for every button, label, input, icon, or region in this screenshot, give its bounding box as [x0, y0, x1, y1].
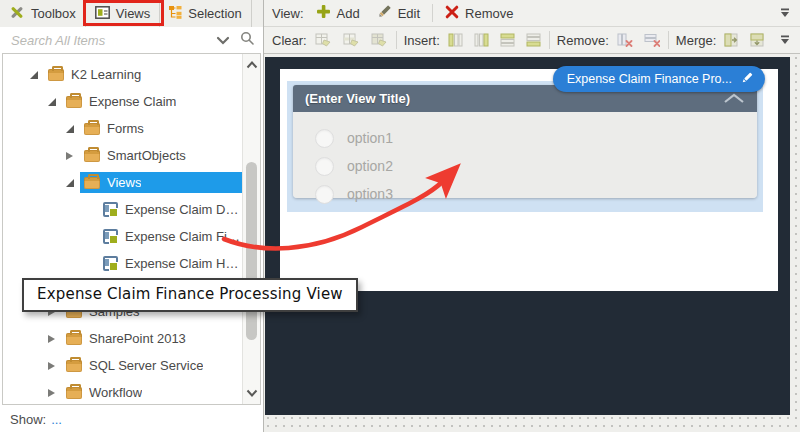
- radio-button-icon[interactable]: [315, 129, 334, 148]
- tree-item-smartobjects[interactable]: SmartObjects: [3, 142, 260, 169]
- tree-item-expense-claim-detail-view[interactable]: Expense Claim Deta...: [3, 196, 260, 223]
- folder-icon: [84, 123, 100, 135]
- expander-icon[interactable]: [63, 125, 76, 133]
- radio-option-row[interactable]: option3: [315, 180, 757, 208]
- search-icon[interactable]: [240, 31, 254, 49]
- table-toolbar: Clear: Insert:: [264, 27, 800, 54]
- show-more-link[interactable]: ...: [51, 412, 62, 427]
- edit-button-label: Edit: [398, 6, 420, 21]
- tab-views-label: Views: [116, 6, 150, 21]
- collapse-chevron-icon[interactable]: [723, 93, 745, 104]
- toolbar-divider: [432, 4, 433, 22]
- merge-right-icon[interactable]: [723, 32, 740, 48]
- tree-item-label: Expense Claim Fina...: [125, 229, 243, 244]
- form-page[interactable]: (Enter View Title) option1: [280, 69, 778, 291]
- merge-down-icon[interactable]: [749, 32, 766, 48]
- toolbox-icon: [9, 5, 25, 23]
- insert-column-left-icon[interactable]: [447, 32, 464, 48]
- expander-icon[interactable]: [63, 152, 76, 160]
- radio-button-icon[interactable]: [315, 157, 334, 176]
- remove-button-label: Remove: [465, 6, 513, 21]
- view-name-badge[interactable]: Expense Claim Finance Pro...: [553, 66, 765, 92]
- clear-group-label: Clear:: [272, 33, 307, 48]
- tree-item-views[interactable]: Views: [3, 169, 260, 196]
- folder-icon: [84, 177, 100, 189]
- tab-selection-label: Selection: [188, 6, 241, 21]
- tree-item-k2-learning[interactable]: K2 Learning: [3, 61, 260, 88]
- tree-item-label: Expense Claim Hea...: [125, 256, 243, 271]
- folder-icon: [66, 333, 82, 345]
- radio-button-icon[interactable]: [315, 185, 334, 204]
- expander-icon[interactable]: [45, 389, 58, 397]
- show-row: Show: ...: [0, 406, 263, 432]
- tree-item-label: K2 Learning: [71, 67, 141, 82]
- toolbar-divider: [549, 31, 550, 49]
- remove-group-label: Remove:: [557, 33, 609, 48]
- chevron-down-icon[interactable]: [216, 31, 230, 49]
- view-selection-highlight[interactable]: (Enter View Title) option1: [287, 81, 763, 212]
- insert-row-below-icon[interactable]: [525, 32, 542, 48]
- pencil-icon: [377, 4, 392, 22]
- view-toolbar: View: Add Edit Remove: [264, 0, 800, 27]
- tree-item-label: SQL Server Service: [89, 358, 203, 373]
- tab-toolbox[interactable]: Toolbox: [0, 0, 86, 27]
- view-panel[interactable]: (Enter View Title) option1: [293, 85, 757, 198]
- radio-option-row[interactable]: option2: [315, 152, 757, 180]
- category-tree: K2 Learning Expense Claim Forms SmartObj…: [2, 53, 261, 405]
- toolbar-divider: [668, 31, 669, 49]
- expander-icon[interactable]: [45, 362, 58, 370]
- insert-group-label: Insert:: [404, 33, 440, 48]
- tab-toolbox-label: Toolbox: [31, 6, 76, 21]
- expander-icon[interactable]: [45, 335, 58, 343]
- selection-icon: [169, 5, 182, 22]
- remove-column-icon[interactable]: [616, 32, 634, 48]
- add-icon: [316, 4, 331, 22]
- radio-option-label: option1: [347, 130, 393, 146]
- view-title-placeholder: (Enter View Title): [305, 91, 410, 106]
- edit-view-button[interactable]: Edit: [372, 2, 425, 24]
- view-toolbar-label: View:: [272, 6, 304, 21]
- edit-pencil-icon[interactable]: [740, 71, 754, 88]
- tree-item-label: Expense Claim Deta...: [125, 202, 243, 217]
- designer-pane: View: Add Edit Remove: [264, 0, 800, 432]
- tree-item-label: Workflow: [89, 385, 142, 400]
- search-input[interactable]: [9, 32, 206, 49]
- tree-item-workflow[interactable]: Workflow: [3, 379, 260, 405]
- views-icon: [95, 6, 110, 22]
- scroll-down-icon[interactable]: [243, 385, 260, 401]
- tree-item-forms[interactable]: Forms: [3, 115, 260, 142]
- add-view-button[interactable]: Add: [311, 2, 365, 24]
- expander-icon[interactable]: [27, 71, 40, 79]
- remove-view-button[interactable]: Remove: [440, 3, 518, 24]
- folder-icon: [84, 150, 100, 162]
- insert-column-right-icon[interactable]: [473, 32, 490, 48]
- remove-row-icon[interactable]: [643, 32, 661, 48]
- insert-row-above-icon[interactable]: [499, 32, 516, 48]
- clear-contents-icon[interactable]: [314, 32, 333, 48]
- tree-item-label: Views: [107, 175, 141, 190]
- tree-item-label: Forms: [107, 121, 144, 136]
- merge-group-label: Merge:: [676, 33, 716, 48]
- tab-views[interactable]: Views: [86, 0, 160, 27]
- tab-selection[interactable]: Selection: [160, 0, 251, 27]
- radio-option-row[interactable]: option1: [315, 124, 757, 152]
- tree-item-sharepoint-2013[interactable]: SharePoint 2013: [3, 325, 260, 352]
- expander-icon[interactable]: [45, 98, 58, 106]
- callout-annotation: Expense Claim Finance Processing View: [22, 278, 358, 312]
- table-toolbar-overflow-button[interactable]: [778, 33, 792, 47]
- expander-icon[interactable]: [63, 179, 76, 187]
- folder-icon: [66, 387, 82, 399]
- tree-item-expense-claim-finance-view[interactable]: Expense Claim Fina...: [3, 223, 260, 250]
- view-icon: [103, 229, 118, 244]
- folder-icon: [48, 69, 64, 81]
- tree-item-expense-claim-header-view[interactable]: Expense Claim Hea...: [3, 250, 260, 277]
- tree-item-expense-claim[interactable]: Expense Claim: [3, 88, 260, 115]
- form-canvas[interactable]: (Enter View Title) option1: [265, 57, 790, 415]
- clear-table-icon[interactable]: [370, 32, 389, 48]
- scroll-up-icon[interactable]: [243, 57, 260, 73]
- toolbar-overflow-button[interactable]: [778, 6, 792, 20]
- scrollbar-thumb[interactable]: [246, 162, 257, 340]
- clear-row-icon[interactable]: [342, 32, 361, 48]
- tree-item-sql-server-service[interactable]: SQL Server Service: [3, 352, 260, 379]
- tree-scrollbar[interactable]: [242, 54, 260, 404]
